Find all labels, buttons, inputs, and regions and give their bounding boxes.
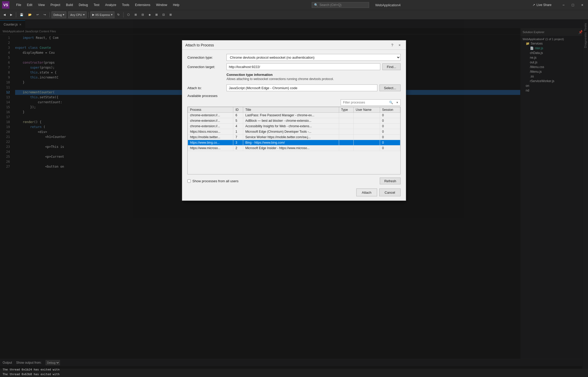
toolbar-extra-6[interactable]: ⊞ [168,11,174,18]
maximize-button[interactable]: □ [569,1,577,9]
search-icon: 🔍 [314,3,318,7]
menu-file[interactable]: File [14,2,24,8]
connection-type-row: Connection type: Chrome devtools protoco… [187,54,401,61]
table-header: Process ID Title Type User Name Session [188,107,400,113]
col-session[interactable]: Session [380,107,400,113]
cell-id: 7 [233,135,243,140]
dialog-close-button[interactable]: × [396,42,403,48]
available-processes-label: Available processes [187,94,401,98]
cell-id: 5 [233,118,243,124]
table-row[interactable]: chrome-extension://... 5 AdBlock — best … [188,118,400,124]
dialog-action-row: Attach Cancel [187,188,401,196]
dialog-footer-row: Show processes from all users Refresh [187,178,401,184]
toolbar-extra-2[interactable]: ⊟ [140,11,146,18]
toolbar-extra-5[interactable]: ⊡ [161,11,167,18]
cell-type [339,118,353,124]
connection-target-label: Connection target: [187,65,224,69]
title-bar-right: ↗ Live Share − □ × [530,1,586,9]
filter-dropdown-icon[interactable]: ▾ [394,99,400,106]
select-button[interactable]: Select... [379,84,401,91]
toolbar-undo-button[interactable]: ↩ [35,11,41,18]
col-id[interactable]: ID [233,107,243,113]
table-row[interactable]: https://docs.microso... 1 Microsoft Edge… [188,129,400,135]
menu-window[interactable]: Window [154,2,170,8]
nav-back-button[interactable]: ◀ [2,11,7,18]
cell-type [339,129,353,135]
col-title[interactable]: Title [243,107,339,113]
output-line-2: The thread 0x63b8 has exited with [3,372,585,377]
toolbar-save-button[interactable]: 💾 [18,11,25,18]
cell-title: LastPass: Free Password Manager - chrome… [243,113,339,118]
cell-id: 6 [233,113,243,118]
connection-target-wrap: Find... [226,63,401,70]
cell-id: 4 [233,124,243,129]
cell-session: 0 [380,135,400,140]
platform-label: Any CPU [70,13,82,16]
menu-tools[interactable]: Tools [119,2,132,8]
platform-dropdown-icon: ▾ [83,13,85,16]
filter-input[interactable] [341,101,388,104]
toolbar-extra-3[interactable]: ◈ [147,11,152,18]
platform-dropdown[interactable]: Any CPU ▾ [68,11,86,18]
menu-build[interactable]: Build [63,2,76,8]
attach-to-input[interactable] [226,84,377,91]
find-button[interactable]: Find... [382,63,401,70]
breakpoints-button[interactable]: ⬡ [125,11,132,18]
table-row[interactable]: chrome-extension://... 6 LastPass: Free … [188,113,400,118]
show-all-checkbox[interactable] [187,179,191,183]
process-table-container[interactable]: Process ID Title Type User Name Session … [187,107,401,174]
cell-title: Service Worker https://mobile.twitter.co… [243,135,339,140]
dialog-title-bar: Attach to Process ? × [182,40,406,50]
toolbar-open-button[interactable]: 📂 [26,11,34,18]
table-row[interactable]: https://mobile.twitter... 7 Service Work… [188,135,400,140]
close-button[interactable]: × [579,1,586,9]
filter-wrap: 🔍 ▾ [341,99,401,106]
menu-analyze[interactable]: Analyze [102,2,119,8]
col-username[interactable]: User Name [353,107,380,113]
menu-help[interactable]: Help [170,2,182,8]
cell-process: https://mobile.twitter... [188,135,233,140]
cell-type [339,113,353,118]
debug-mode-dropdown[interactable]: Debug ▾ [52,11,66,18]
toolbar-redo-button[interactable]: ↪ [42,11,48,18]
cell-username [353,140,380,145]
table-row[interactable]: chrome-extension://... 4 Accessibility I… [188,124,400,129]
minimize-button[interactable]: − [560,1,567,9]
menu-debug[interactable]: Debug [76,2,90,8]
cell-id: 3 [233,140,243,145]
col-type[interactable]: Type [339,107,353,113]
live-share-button[interactable]: ↗ Live Share [530,3,554,7]
dialog-title: Attach to Process [185,43,214,47]
cell-title: AdBlock — best ad blocker - chrome-exten… [243,118,339,124]
menu-project[interactable]: Project [48,2,63,8]
menu-test[interactable]: Test [91,2,102,8]
search-box[interactable]: 🔍 Search (Ctrl+Q) [312,2,369,8]
nav-fwd-button[interactable]: ▶ [8,11,14,18]
table-row-selected[interactable]: https://www.bing.co... 3 Bing - https://… [188,140,400,145]
title-bar-left: VS File Edit View Project Build Debug Te… [2,1,182,9]
iis-express-dropdown[interactable]: ▶ IIS Express ▾ [90,11,114,18]
attach-to-label: Attach to: [187,86,224,90]
col-process[interactable]: Process [188,107,233,113]
toolbar-extra-1[interactable]: ⊞ [133,11,139,18]
cell-process: https://www.microso... [188,145,233,151]
connection-target-input[interactable] [226,63,380,70]
cell-username [353,135,380,140]
refresh-button[interactable]: ↻ [115,11,121,18]
menu-extensions[interactable]: Extensions [132,2,153,8]
toolbar-extra-4[interactable]: ⊠ [154,11,160,18]
cell-process: chrome-extension://... [188,124,233,129]
menu-view[interactable]: View [35,2,47,8]
dialog-help-button[interactable]: ? [389,42,395,48]
filter-search-icon: 🔍 [388,99,394,106]
connection-type-wrap: Chrome devtools protocol websocket (no a… [226,54,401,61]
cell-process: https://docs.microso... [188,129,233,135]
cell-id: 1 [233,129,243,135]
menu-edit[interactable]: Edit [24,2,35,8]
table-row[interactable]: https://www.microso... 2 Microsoft Edge … [188,145,400,151]
cancel-button[interactable]: Cancel [379,188,401,196]
connection-type-select[interactable]: Chrome devtools protocol websocket (no a… [226,54,401,61]
vs-logo-text: VS [3,3,8,7]
refresh-processes-button[interactable]: Refresh [380,178,401,184]
attach-button[interactable]: Attach [356,188,377,196]
